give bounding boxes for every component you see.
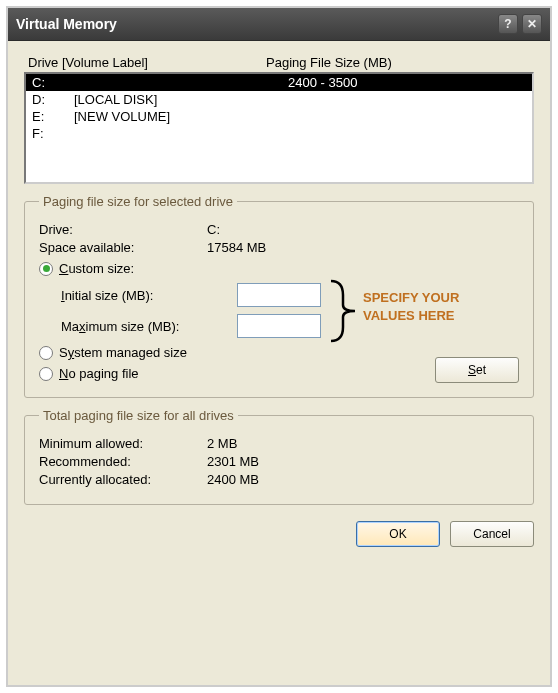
recommended-value: 2301 MB xyxy=(207,454,259,469)
drive-letter: E: xyxy=(32,109,74,124)
custom-size-label: Custom size: xyxy=(59,261,134,276)
drive-letter: D: xyxy=(32,92,74,107)
close-icon[interactable]: ✕ xyxy=(522,14,542,34)
header-size-label: Paging File Size (MB) xyxy=(266,55,392,70)
radio-system-managed[interactable] xyxy=(39,346,53,360)
custom-size-radio-row[interactable]: Custom size: xyxy=(39,261,519,276)
drive-listbox[interactable]: C: 2400 - 3500 D: [LOCAL DISK] E: [NEW V… xyxy=(24,72,534,184)
selected-drive-group: Paging file size for selected drive Driv… xyxy=(24,194,534,398)
dialog-footer: OK Cancel xyxy=(24,521,534,547)
brace-icon xyxy=(329,279,359,343)
drive-label: Drive: xyxy=(39,222,207,237)
radio-custom-size[interactable] xyxy=(39,262,53,276)
total-paging-group: Total paging file size for all drives Mi… xyxy=(24,408,534,505)
drive-paging-size xyxy=(260,92,526,107)
drive-row[interactable]: F: xyxy=(26,125,532,142)
minimum-allowed-value: 2 MB xyxy=(207,436,237,451)
annotation-text: SPECIFY YOUR VALUES HERE xyxy=(363,289,503,325)
drive-paging-size xyxy=(260,126,526,141)
maximum-size-input[interactable] xyxy=(237,314,321,338)
initial-size-label: Initial size (MB): xyxy=(61,288,237,303)
selected-drive-legend: Paging file size for selected drive xyxy=(39,194,237,209)
drive-letter: F: xyxy=(32,126,74,141)
drive-paging-size xyxy=(260,109,526,124)
drive-value: C: xyxy=(207,222,220,237)
help-icon[interactable]: ? xyxy=(498,14,518,34)
initial-size-input[interactable] xyxy=(237,283,321,307)
content-area: Drive [Volume Label] Paging File Size (M… xyxy=(8,41,550,685)
drive-volume-label: [NEW VOLUME] xyxy=(74,109,260,124)
no-paging-label: No paging file xyxy=(59,366,139,381)
titlebar-buttons: ? ✕ xyxy=(498,14,542,34)
currently-allocated-label: Currently allocated: xyxy=(39,472,207,487)
recommended-label: Recommended: xyxy=(39,454,207,469)
drive-list-header: Drive [Volume Label] Paging File Size (M… xyxy=(24,55,534,72)
drive-row[interactable]: E: [NEW VOLUME] xyxy=(26,108,532,125)
ok-button[interactable]: OK xyxy=(356,521,440,547)
total-paging-legend: Total paging file size for all drives xyxy=(39,408,238,423)
cancel-button[interactable]: Cancel xyxy=(450,521,534,547)
drive-row[interactable]: D: [LOCAL DISK] xyxy=(26,91,532,108)
minimum-allowed-label: Minimum allowed: xyxy=(39,436,207,451)
window-frame: Virtual Memory ? ✕ Drive [Volume Label] … xyxy=(6,6,552,687)
drive-paging-size: 2400 - 3500 xyxy=(260,75,526,90)
space-available-label: Space available: xyxy=(39,240,207,255)
system-managed-label: System managed size xyxy=(59,345,187,360)
header-drive-label: Drive [Volume Label] xyxy=(28,55,266,70)
radio-no-paging[interactable] xyxy=(39,367,53,381)
drive-row[interactable]: C: 2400 - 3500 xyxy=(26,74,532,91)
drive-letter: C: xyxy=(32,75,74,90)
drive-volume-label xyxy=(74,126,260,141)
set-button[interactable]: Set xyxy=(435,357,519,383)
space-available-value: 17584 MB xyxy=(207,240,266,255)
window-title: Virtual Memory xyxy=(16,16,117,32)
drive-volume-label: [LOCAL DISK] xyxy=(74,92,260,107)
maximum-size-label: Maximum size (MB): xyxy=(61,319,237,334)
drive-volume-label xyxy=(74,75,260,90)
titlebar: Virtual Memory ? ✕ xyxy=(8,8,550,41)
currently-allocated-value: 2400 MB xyxy=(207,472,259,487)
